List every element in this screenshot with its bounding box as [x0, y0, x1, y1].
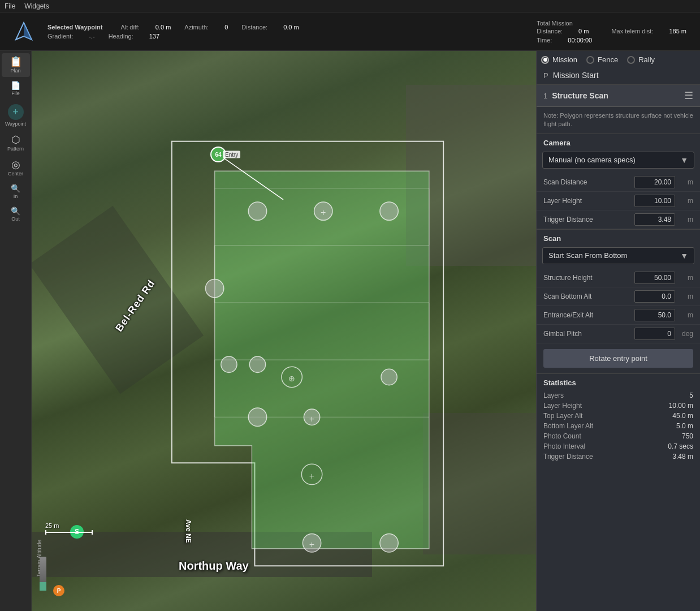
structure-height-input[interactable] — [634, 272, 675, 284]
stat-trigger-distance-key: Trigger Distance — [543, 453, 672, 461]
camera-dropdown-label: Manual (no camera specs) — [548, 156, 680, 164]
gimbal-pitch-input[interactable] — [634, 328, 675, 340]
camera-dropdown-arrow-icon: ▼ — [680, 156, 688, 165]
mission-radio[interactable] — [541, 56, 549, 64]
stat-layer-height-value: 10.00 m — [669, 402, 693, 410]
gimbal-pitch-unit: deg — [677, 330, 693, 338]
statistics-section: Statistics Layers 5 Layer Height 10.00 m… — [537, 373, 700, 464]
scan-bottom-alt-input[interactable] — [634, 290, 675, 303]
azimuth-value: 0 — [224, 24, 228, 31]
sidebar-item-waypoint[interactable]: + Waypoint — [2, 101, 30, 130]
distance-label: Distance: — [241, 24, 267, 31]
scan-distance-unit: m — [677, 178, 693, 186]
layer-height-unit: m — [677, 197, 693, 205]
mission-radio-inner — [543, 58, 547, 62]
scan-dropdown-arrow-icon: ▼ — [680, 251, 688, 260]
scan-number: 1 — [543, 92, 547, 100]
scan-distance-input[interactable] — [634, 176, 675, 188]
layer-height-label: Layer Height — [543, 197, 634, 205]
waypoint-icon: + — [8, 104, 24, 120]
total-distance-value: 0 m — [578, 28, 589, 35]
scan-dropdown[interactable]: Start Scan From Bottom ▼ — [542, 247, 694, 264]
entrance-exit-alt-input[interactable] — [634, 309, 675, 321]
stat-trigger-distance-row: Trigger Distance 3.48 m — [543, 451, 693, 462]
scan-bottom-alt-unit: m — [677, 292, 693, 300]
statistics-label: Statistics — [543, 378, 693, 387]
sidebar-item-pattern[interactable]: ⬡ Pattern — [2, 131, 30, 155]
left-sidebar: 📋 Plan 📄 File + Waypoint ⬡ Pattern ◎ Cen… — [0, 51, 32, 611]
scan-distance-row: Scan Distance m — [537, 173, 700, 192]
scan-bottom-alt-label: Scan Bottom Alt — [543, 292, 634, 300]
logo — [5, 12, 43, 51]
stat-photo-interval-key: Photo Interval — [543, 442, 668, 450]
entrance-exit-alt-label: Entrance/Exit Alt — [543, 311, 634, 319]
stat-layer-height-key: Layer Height — [543, 402, 669, 410]
file-icon: 📄 — [11, 81, 20, 89]
sidebar-item-plan[interactable]: 📋 Plan — [2, 53, 30, 77]
heading-value: 137 — [149, 33, 159, 40]
alt-diff-value: 0.0 m — [155, 24, 171, 31]
pattern-label: Pattern — [7, 146, 24, 152]
structure-scan-header: 1 Structure Scan ☰ — [537, 85, 700, 107]
azimuth-label: Azimuth: — [184, 24, 209, 31]
selected-waypoint-label: Selected Waypoint — [47, 24, 102, 31]
trigger-distance-input[interactable] — [634, 213, 675, 226]
sidebar-item-zoom-out[interactable]: 🔍 Out — [2, 204, 30, 225]
fence-tab-label: Fence — [598, 55, 618, 64]
trigger-distance-row: Trigger Distance m — [537, 210, 700, 229]
mission-start-label: Mission Start — [553, 71, 599, 80]
waypoint-label: Waypoint — [5, 121, 26, 127]
stat-bottom-layer-value: 5.0 m — [676, 422, 693, 430]
time-label: Time: — [537, 37, 552, 44]
file-label: File — [11, 91, 20, 96]
stat-photo-interval-value: 0.7 secs — [668, 442, 693, 450]
sidebar-item-file[interactable]: 📄 File — [2, 78, 30, 100]
mission-start-row: P Mission Start — [537, 66, 700, 85]
pattern-icon: ⬡ — [11, 135, 20, 145]
menu-widgets[interactable]: Widgets — [24, 2, 49, 10]
camera-dropdown[interactable]: Manual (no camera specs) ▼ — [542, 152, 694, 169]
fence-tab[interactable]: Fence — [586, 55, 618, 64]
stat-bottom-layer-key: Bottom Layer Alt — [543, 422, 676, 430]
rally-radio[interactable] — [627, 56, 635, 64]
stat-top-layer-key: Top Layer Alt — [543, 412, 672, 420]
fence-radio[interactable] — [586, 56, 594, 64]
ave-ne-label: Ave NE — [184, 519, 192, 543]
mission-tab[interactable]: Mission — [541, 55, 577, 64]
gimbal-pitch-label: Gimbal Pitch — [543, 330, 634, 338]
rotate-entry-button[interactable]: Rotate entry point — [543, 349, 693, 368]
zoom-in-icon: 🔍 — [11, 184, 20, 192]
max-telem-label: Max telem dist: — [611, 28, 653, 35]
stat-layers-value: 5 — [689, 391, 693, 399]
total-mission-label: Total Mission — [537, 20, 686, 27]
time-value: 00:00:00 — [568, 37, 592, 44]
toolbar: Selected Waypoint Alt diff: 0.0 m Azimut… — [0, 12, 700, 51]
scan-bottom-alt-row: Scan Bottom Alt m — [537, 287, 700, 306]
waypoint-number: 64 — [215, 152, 221, 158]
hamburger-menu-icon[interactable]: ☰ — [684, 89, 693, 102]
stat-layers-row: Layers 5 — [543, 390, 693, 401]
gradient-value: -.- — [89, 33, 94, 40]
camera-section-label: Camera — [537, 134, 700, 149]
sidebar-item-center[interactable]: ◎ Center — [2, 156, 30, 180]
menu-bar: File Widgets — [0, 0, 700, 12]
rally-tab[interactable]: Rally — [627, 55, 655, 64]
scale-text: 25 m — [45, 522, 59, 529]
total-distance-label: Distance: — [537, 28, 563, 35]
rally-tab-label: Rally — [638, 55, 655, 64]
layer-height-input[interactable] — [634, 195, 675, 207]
app-logo-icon — [12, 20, 35, 43]
plan-label: Plan — [10, 68, 20, 74]
menu-file[interactable]: File — [5, 2, 15, 10]
max-telem-value: 185 m — [669, 28, 686, 35]
stat-top-layer-value: 45.0 m — [672, 412, 693, 420]
stat-layer-height-row: Layer Height 10.00 m — [543, 401, 693, 411]
altitude-indicator — [40, 582, 46, 591]
sidebar-item-zoom-in[interactable]: 🔍 In — [2, 181, 30, 203]
map-area[interactable]: + + + + ⊕ 64 Entry Bel-Red Rd Northup Wa… — [32, 51, 536, 611]
structure-height-unit: m — [677, 274, 693, 282]
toolbar-info: Selected Waypoint Alt diff: 0.0 m Azimut… — [43, 24, 537, 40]
mfr-tabs: Mission Fence Rally — [537, 51, 700, 66]
toolbar-total: Total Mission Distance: 0 m Max telem di… — [537, 20, 695, 44]
note-text: Note: Polygon represents structure surfa… — [537, 107, 700, 134]
